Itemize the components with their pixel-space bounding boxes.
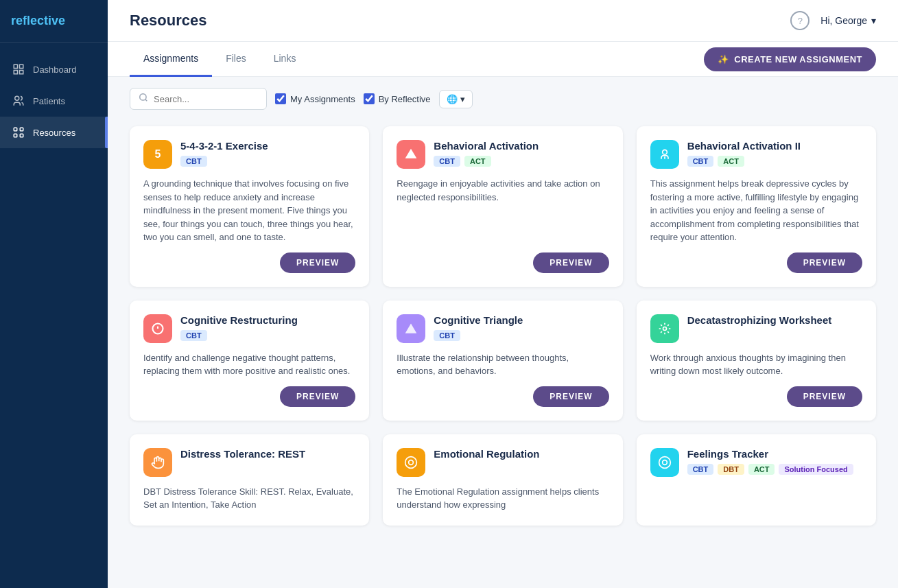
card-title: Feelings Tracker (687, 448, 853, 460)
card-header: Decatastrophizing Worksheet (650, 314, 862, 343)
card-footer: PREVIEW (143, 386, 355, 407)
card-title: Decatastrophizing Worksheet (687, 314, 832, 326)
cards-grid: 5 5-4-3-2-1 Exercise CBT A grounding tec… (130, 126, 876, 526)
card-title-block: Cognitive Restructuring CBT (180, 314, 298, 341)
card-title-block: 5-4-3-2-1 Exercise CBT (180, 140, 268, 167)
tab-links[interactable]: Links (260, 42, 310, 77)
card-header: Feelings Tracker CBT DBT ACT Solution Fo… (650, 448, 862, 477)
card-decatastrophizing: Decatastrophizing Worksheet Work through… (637, 301, 876, 421)
dashboard-icon (11, 62, 26, 77)
card-title: Distress Tolerance: REST (180, 448, 305, 460)
card-description: Reengage in enjoyable activities and tak… (397, 177, 608, 244)
card-description: This assignment helps break depressive c… (650, 177, 862, 244)
card-icon (650, 448, 679, 477)
preview-button[interactable]: PREVIEW (280, 386, 355, 407)
language-filter[interactable]: 🌐 ▾ (439, 90, 473, 108)
globe-icon: 🌐 (447, 94, 458, 104)
tab-files[interactable]: Files (212, 42, 260, 77)
preview-button[interactable]: PREVIEW (533, 252, 608, 273)
header-right: ? Hi, George ▾ (790, 11, 876, 30)
sidebar: reflective Dashboard Patients (0, 0, 108, 588)
card-header: Emotional Regulation (397, 448, 608, 477)
svg-rect-3 (14, 71, 17, 74)
tag-cbt: CBT (180, 330, 207, 341)
card-title: Cognitive Triangle (434, 314, 523, 326)
card-header: Cognitive Triangle CBT (397, 314, 608, 343)
by-reflective-filter[interactable]: By Reflective (364, 93, 431, 104)
card-emotional-regulation: Emotional Regulation The Emotional Regul… (383, 434, 622, 526)
card-cognitive-restructuring: Cognitive Restructuring CBT Identify and… (130, 301, 369, 421)
tab-assignments[interactable]: Assignments (130, 42, 212, 77)
svg-point-9 (140, 94, 146, 100)
card-cognitive-triangle: Cognitive Triangle CBT Illustrate the re… (383, 301, 622, 421)
preview-button[interactable]: PREVIEW (280, 252, 355, 273)
sidebar-item-patients[interactable]: Patients (0, 85, 108, 117)
card-title-block: Feelings Tracker CBT DBT ACT Solution Fo… (687, 448, 853, 475)
help-icon[interactable]: ? (790, 11, 810, 30)
tag-solution-focused: Solution Focused (779, 464, 853, 475)
card-title: Emotional Regulation (434, 448, 539, 460)
sidebar-item-label: Resources (33, 128, 75, 138)
main-content: Resources ? Hi, George ▾ Assignments Fil… (108, 0, 898, 588)
card-title: Behavioral Activation (434, 140, 539, 152)
chevron-down-icon: ▾ (871, 15, 876, 26)
tag-dbt: DBT (718, 464, 744, 475)
card-icon (650, 314, 679, 343)
svg-point-19 (662, 460, 667, 464)
card-icon (143, 448, 172, 477)
tag-cbt: CBT (434, 156, 460, 167)
card-feelings-tracker: Feelings Tracker CBT DBT ACT Solution Fo… (637, 434, 876, 526)
card-tags: CBT (180, 156, 268, 167)
svg-point-10 (662, 150, 667, 154)
active-indicator (105, 117, 108, 148)
preview-button[interactable]: PREVIEW (787, 252, 862, 273)
card-tags: CBT (434, 330, 523, 341)
card-tags: CBT DBT ACT Solution Focused (687, 464, 853, 475)
card-title-block: Behavioral Activation II CBT ACT (687, 140, 801, 167)
card-description: Identify and challenge negative thought … (143, 351, 355, 378)
preview-button[interactable]: PREVIEW (533, 386, 608, 407)
card-icon (397, 140, 425, 169)
card-icon (397, 314, 425, 343)
page-title: Resources (130, 12, 207, 30)
sidebar-item-resources[interactable]: Resources (0, 117, 108, 148)
my-assignments-filter[interactable]: My Assignments (275, 93, 355, 104)
sidebar-item-dashboard[interactable]: Dashboard (0, 54, 108, 85)
by-reflective-checkbox[interactable] (364, 93, 375, 104)
card-title: Behavioral Activation II (687, 140, 801, 152)
sidebar-item-label: Patients (33, 96, 65, 106)
card-behavioral-activation-ii: Behavioral Activation II CBT ACT This as… (637, 126, 876, 287)
card-title-block: Emotional Regulation (434, 448, 539, 460)
search-icon (139, 93, 148, 105)
create-assignment-button[interactable]: ✨ CREATE NEW ASSIGNMENT (704, 47, 876, 71)
card-description: Work through anxious thoughts by imagini… (650, 351, 862, 378)
header: Resources ? Hi, George ▾ (108, 0, 898, 42)
card-description: A grounding technique that involves focu… (143, 177, 355, 244)
card-tags: CBT (180, 330, 298, 341)
app-logo: reflective (0, 0, 108, 43)
patients-icon (11, 93, 26, 108)
card-title-block: Cognitive Triangle CBT (434, 314, 523, 341)
resources-icon (11, 125, 26, 140)
create-icon: ✨ (718, 54, 729, 64)
svg-rect-7 (14, 134, 17, 137)
tabs-bar: Assignments Files Links ✨ CREATE NEW ASS… (108, 42, 898, 77)
card-title: Cognitive Restructuring (180, 314, 298, 326)
card-tags: CBT ACT (434, 156, 539, 167)
user-menu[interactable]: Hi, George ▾ (820, 15, 876, 26)
tag-cbt: CBT (687, 464, 714, 475)
card-footer: PREVIEW (143, 252, 355, 273)
search-input[interactable] (154, 94, 258, 104)
card-icon (143, 314, 172, 343)
tag-cbt: CBT (687, 156, 714, 167)
card-title-block: Decatastrophizing Worksheet (687, 314, 832, 330)
card-header: Behavioral Activation CBT ACT (397, 140, 608, 169)
svg-point-18 (659, 456, 670, 468)
card-header: Behavioral Activation II CBT ACT (650, 140, 862, 169)
tag-act: ACT (464, 156, 491, 167)
my-assignments-checkbox[interactable] (275, 93, 286, 104)
card-tags: CBT ACT (687, 156, 801, 167)
sidebar-item-label: Dashboard (33, 64, 77, 75)
card-title: 5-4-3-2-1 Exercise (180, 140, 268, 152)
preview-button[interactable]: PREVIEW (787, 386, 862, 407)
